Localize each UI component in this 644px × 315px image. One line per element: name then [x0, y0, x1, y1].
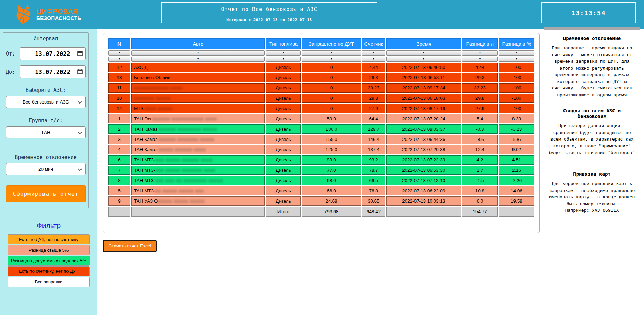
sort-ascending-button[interactable]: ▲ — [386, 50, 461, 56]
sort-descending-button[interactable]: ▼ — [362, 57, 385, 62]
cell-auto: ТАН МТЗ-ххх ххх хх хххххххх ххххх — [131, 176, 265, 185]
sort-ascending-button[interactable]: ▲ — [499, 50, 534, 56]
date-to-value: 13.07.2022 — [35, 69, 70, 75]
cell-fuel: Дизель — [266, 186, 301, 195]
cell-dut: 125.0 — [302, 145, 361, 154]
cell-n: 6 — [108, 155, 130, 165]
sort-descending-button[interactable]: ▼ — [108, 57, 130, 62]
cell-time: 2022-07-13 07:28:24 — [386, 114, 461, 123]
cell-fuel: Дизель — [266, 124, 301, 134]
cell-dut: 66.0 — [302, 186, 361, 195]
cell-time: 2022-07-13 06:58:11 — [386, 73, 461, 82]
cell-diff-pct: -2.26 — [499, 176, 534, 185]
sort-ascending-button[interactable]: ▲ — [302, 50, 361, 56]
cell-diff-l: -1.5 — [462, 176, 498, 185]
cell-dut: 130.0 — [302, 124, 361, 134]
sort-descending-button[interactable]: ▼ — [462, 57, 498, 62]
cell-time: 2022-07-13 07:20:38 — [386, 145, 461, 154]
cell-auto: МТЗ хххх ххххх — [131, 104, 265, 113]
calendar-icon[interactable] — [77, 51, 83, 56]
report-title-box: Отчет по Все бензовозы и АЗС Интервал с … — [161, 2, 377, 23]
cell-auto: ТАН МТЗ-ххх ххххх хххххх хххх — [131, 155, 265, 165]
time-deviation-select[interactable]: 20 мин — [6, 163, 86, 175]
table-row: 1ТАН Газ хххххх ххххххххххх ххххДизель59… — [108, 114, 534, 123]
redacted-text: хххххх хххххххх ххххх — [159, 126, 217, 132]
cell-fuel: Дизель — [266, 83, 301, 93]
table-row: 3ТАН Камаз хххххх ххххххх хххххДизель155… — [108, 135, 534, 144]
table-row: 5ТАН МТЗ-хх ххххх ххххх хххДизель66.076.… — [108, 186, 534, 195]
date-from-input[interactable]: 13.07.2022 — [20, 47, 86, 60]
cell-diff-l: 29.3 — [462, 73, 498, 82]
cell-auto: ТАН Газ хххххх ххххххххххх хххх — [131, 114, 265, 123]
generate-report-button[interactable]: Сформировать отчет — [6, 185, 86, 202]
logo-line1: ЦИФРОВАЯ — [36, 8, 81, 15]
sort-descending-button[interactable]: ▼ — [131, 57, 265, 62]
cell-counter: 66.5 — [362, 176, 385, 185]
filter-button[interactable]: Разница в допустимых пределах 5% — [8, 256, 90, 266]
totals-cell — [386, 207, 461, 217]
date-to-label: До: — [6, 69, 20, 75]
help-sidebar-tail — [544, 233, 640, 315]
group-select-value: ТАН — [41, 130, 50, 135]
cell-n: 7 — [108, 166, 130, 175]
filter-button[interactable]: Есть по счетчику, нет по ДУТ — [8, 266, 90, 276]
sort-ascending-button[interactable]: ▲ — [266, 50, 301, 56]
cell-counter: 64.4 — [362, 114, 385, 123]
cell-diff-pct: 19.58 — [499, 196, 534, 206]
cell-diff-pct: -5.87 — [499, 135, 534, 144]
cell-n: 4 — [108, 145, 130, 154]
filter-button[interactable]: Разница свыше 5% — [8, 245, 90, 255]
totals-cell — [108, 207, 130, 217]
sort-ascending-button[interactable]: ▲ — [131, 50, 265, 56]
table-row: 2ТАН Камаз хххххх хххххххх хххххДизель13… — [108, 124, 534, 134]
redacted-text: хххххх ххххххх ххххх — [159, 137, 214, 142]
redacted-text: ххххх хххххх хххх — [159, 147, 206, 152]
cell-n: 13 — [108, 73, 130, 82]
sort-descending-button[interactable]: ▼ — [302, 57, 361, 62]
sort-ascending-button[interactable]: ▲ — [462, 50, 498, 56]
column-header: Разница в л — [462, 38, 498, 49]
sort-descending-button[interactable]: ▼ — [266, 57, 301, 62]
date-to-input[interactable]: 13.07.2022 — [20, 65, 86, 78]
table-row: 4ТАН Камаз ххххх хххххх ххххДизель125.01… — [108, 145, 534, 154]
cell-time: 2022-07-13 06:18:03 — [386, 94, 461, 103]
totals-cell — [499, 207, 534, 217]
cell-time: 2022-07-13 06:53:30 — [386, 166, 461, 175]
calendar-icon[interactable] — [77, 69, 83, 74]
cell-counter: 146.4 — [362, 135, 385, 144]
vehicle-group-select[interactable]: ТАН — [6, 126, 86, 138]
cell-counter: 27.9 — [362, 104, 385, 113]
date-from-value: 13.07.2022 — [35, 50, 70, 57]
cell-counter: 33.23 — [362, 83, 385, 93]
sort-descending-button[interactable]: ▼ — [499, 57, 534, 62]
cell-dut: 0 — [302, 104, 361, 113]
cell-time: 2022-07-13 06:44:36 — [386, 135, 461, 144]
help-sidebar-top-strip — [544, 27, 640, 30]
interval-heading: Интервал — [5, 36, 86, 42]
cell-fuel: Дизель — [266, 176, 301, 185]
cell-diff-l: 6.0 — [462, 196, 498, 206]
azs-select-label: Выберите АЗС: — [5, 87, 86, 93]
cell-diff-l: 1.7 — [462, 166, 498, 175]
help-box: Сводка по всем АЗС и бензовозамПри выбор… — [544, 102, 640, 166]
cell-time: 2022-07-13 08:17:19 — [386, 104, 461, 113]
cell-fuel: Дизель — [266, 94, 301, 103]
download-excel-button[interactable]: Скачать отчет Excel — [103, 240, 157, 252]
help-box-body: При заправке - время выдачи по счетчику … — [547, 45, 636, 98]
date-from-row: От: 13.07.2022 — [6, 47, 86, 60]
azs-select[interactable]: Все бензовозы и АЗС — [6, 96, 86, 108]
chevron-down-icon — [78, 167, 82, 171]
cell-fuel: Дизель — [266, 114, 301, 123]
redacted-text: ххххххх ххххх — [134, 96, 171, 101]
cell-counter: 137.4 — [362, 145, 385, 154]
filter-button[interactable]: Все заправки — [8, 277, 90, 287]
filter-button[interactable]: Есть по ДУТ, нет по счетчику — [8, 234, 90, 244]
redacted-text: ххх ххххх хххххх хххх — [155, 157, 212, 162]
cell-fuel: Дизель — [266, 63, 301, 72]
sort-ascending-button[interactable]: ▲ — [362, 50, 385, 56]
cell-fuel: Дизель — [266, 135, 301, 144]
sort-ascending-button[interactable]: ▲ — [108, 50, 130, 56]
cell-diff-l: 5.4 — [462, 114, 498, 123]
sort-descending-button[interactable]: ▼ — [386, 57, 461, 62]
cell-counter: 29.3 — [362, 73, 385, 82]
